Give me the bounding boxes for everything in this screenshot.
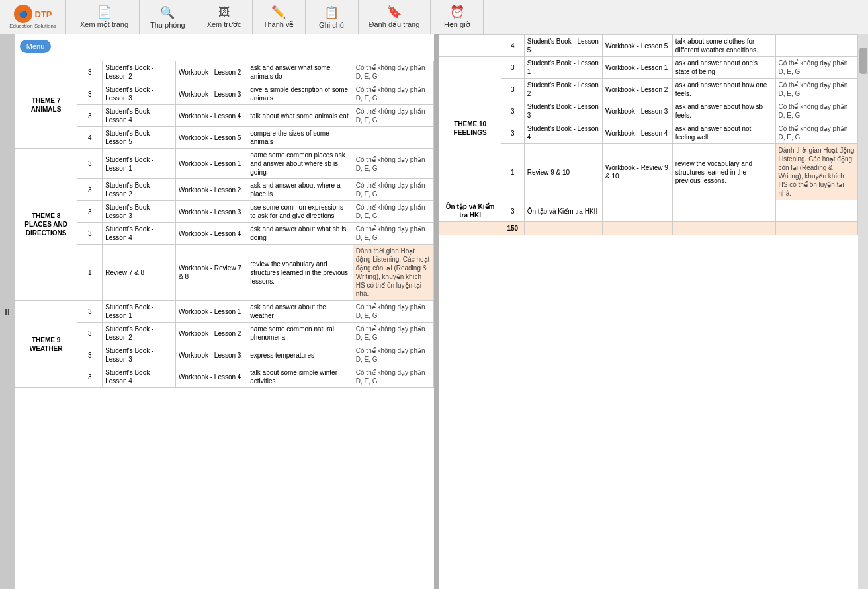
- workbook-cell: Workbook - Lesson 1: [603, 57, 673, 79]
- workbook-cell: Workbook - Lesson 4: [176, 366, 247, 388]
- note-cell: Có thể không dạy phần D, E, G: [775, 100, 858, 122]
- toolbar-btn-hen-gio[interactable]: ⏰ Hẹn giờ: [431, 0, 484, 34]
- note-cell: Có thể không dạy phần D, E, G: [353, 301, 433, 323]
- student-book-cell: Student's Book - Lesson 4: [103, 223, 176, 245]
- num-cell: 3: [501, 79, 524, 100]
- toolbar-btn-ghi-chu[interactable]: 📋 Ghi chú: [306, 0, 359, 34]
- table-row-review910: 1 Review 9 & 10 Workbook - Review 9 & 10…: [439, 144, 858, 200]
- student-book-cell: Student's Book - Lesson 3: [524, 100, 602, 122]
- total-empty3: [672, 222, 775, 235]
- desc-cell: ask and answer about one's state of bein…: [672, 57, 775, 79]
- desc-cell: [672, 200, 775, 222]
- workbook-cell: Workbook - Lesson 3: [176, 201, 247, 223]
- student-book-cell: Student's Book - Lesson 1: [103, 301, 176, 323]
- desc-cell: compare the sizes of some animals: [247, 127, 353, 149]
- table-row: 3 Student's Book - Lesson 4 Workbook - L…: [15, 366, 433, 388]
- table-row-review78: 1 Review 7 & 8 Workbook - Review 7 & 8 r…: [15, 245, 433, 301]
- num-cell: 3: [501, 122, 524, 144]
- toolbar-btn-xem-truoc[interactable]: 🖼 Xem trước: [196, 0, 253, 34]
- student-book-cell: Student's Book - Lesson 4: [103, 366, 176, 388]
- desc-cell: review the vocabulary and structures lea…: [672, 144, 775, 200]
- num-cell: 3: [77, 105, 103, 127]
- desc-cell: name some common places ask and answer a…: [247, 149, 353, 179]
- table-row: 3 Student's Book - Lesson 3 Workbook - L…: [439, 100, 858, 122]
- total-empty4: [775, 222, 858, 235]
- scroll-thumb[interactable]: [859, 48, 867, 74]
- right-table: 4 Student's Book - Lesson 5 Workbook - L…: [439, 34, 858, 235]
- logo: 🔵 DTP Education Solutions: [7, 0, 66, 34]
- workbook-cell: Workbook - Lesson 2: [603, 79, 673, 100]
- menu-button[interactable]: Menu: [20, 40, 52, 53]
- num-cell: 3: [77, 201, 103, 223]
- total-empty2: [603, 222, 673, 235]
- notes-icon: 📋: [324, 5, 339, 20]
- desc-cell: ask and answer about where a place is: [247, 179, 353, 201]
- ontap-hki-cell: Ôn tập và Kiểm tra HKI: [439, 200, 501, 222]
- note-cell: Có thể không dạy phần D, E, G: [353, 223, 433, 245]
- left-table: THEME 7ANIMALS 3 Student's Book - Lesson…: [15, 61, 434, 388]
- num-cell: 4: [77, 127, 103, 149]
- toolbar-btn-thu-phong[interactable]: 🔍 Thu phóng: [140, 0, 196, 34]
- note-cell: Có thể không dạy phần D, E, G: [353, 201, 433, 223]
- note-cell: Có thể không dạy phần D, E, G: [353, 105, 433, 127]
- note-cell: Có thể không dạy phần D, E, G: [353, 344, 433, 366]
- note-cell: [775, 200, 858, 222]
- toolbar-label-xem-mot-trang: Xem một trang: [80, 20, 128, 29]
- student-book-cell: Student's Book - Lesson 3: [103, 344, 176, 366]
- workbook-cell: Workbook - Lesson 4: [603, 122, 673, 144]
- right-scrollbar[interactable]: [858, 34, 868, 589]
- num-cell: 3: [77, 366, 103, 388]
- desc-cell: use some common expressions to ask for a…: [247, 201, 353, 223]
- student-book-cell: Ôn tập và Kiểm tra HKII: [524, 200, 602, 222]
- theme8-cell: THEME 8PLACES ANDDIRECTIONS: [15, 149, 77, 301]
- table-row: 3 Student's Book - Lesson 4 Workbook - L…: [15, 105, 433, 127]
- student-book-cell: Student's Book - Lesson 4: [524, 122, 602, 144]
- toolbar-label-xem-truoc: Xem trước: [207, 20, 241, 29]
- workbook-cell: Workbook - Lesson 4: [176, 105, 247, 127]
- toolbar-label-danh-dau-trang: Đánh dấu trang: [369, 20, 420, 29]
- desc-cell: ask and answer about not feeling well.: [672, 122, 775, 144]
- student-book-cell: Student's Book - Lesson 3: [103, 201, 176, 223]
- desc-cell: ask and answer about how one feels.: [672, 79, 775, 100]
- note-cell: Có thể không dạy phần D, E, G: [353, 61, 433, 83]
- num-cell: 3: [501, 100, 524, 122]
- num-cell: 3: [77, 323, 103, 344]
- total-num: 150: [501, 222, 524, 235]
- num-cell: 3: [77, 149, 103, 179]
- theme9-cont-cell: [439, 35, 501, 57]
- student-book-cell: Student's Book - Lesson 2: [524, 79, 602, 100]
- page-divider: [434, 34, 439, 589]
- table-row: THEME 9WEATHER 3 Student's Book - Lesson…: [15, 301, 433, 323]
- num-cell: 3: [77, 223, 103, 245]
- toolbar-btn-thanh-ve[interactable]: ✏️ Thanh vẽ: [253, 0, 306, 34]
- toolbar-btn-danh-dau-trang[interactable]: 🔖 Đánh dấu trang: [359, 0, 431, 34]
- left-bar: II: [0, 34, 15, 589]
- note-cell: [353, 127, 433, 149]
- toolbar: 🔵 DTP Education Solutions 📄 Xem một tran…: [0, 0, 868, 34]
- student-book-cell: Student's Book - Lesson 3: [103, 83, 176, 105]
- table-row: 3 Student's Book - Lesson 2 Workbook - L…: [15, 323, 433, 344]
- student-book-cell: Student's Book - Lesson 4: [103, 105, 176, 127]
- page-left: Menu THEME 7ANIMALS 3 Student's Book - L…: [15, 34, 434, 589]
- workbook-cell: Workbook - Lesson 5: [603, 35, 673, 57]
- toolbar-label-thanh-ve: Thanh vẽ: [263, 20, 294, 29]
- table-row-ontap: Ôn tập và Kiểm tra HKI 3 Ôn tập và Kiểm …: [439, 200, 858, 222]
- toolbar-label-ghi-chu: Ghi chú: [319, 21, 344, 29]
- theme7-cell: THEME 7ANIMALS: [15, 61, 77, 149]
- note-cell: Có thể không dạy phần D, E, G: [353, 149, 433, 179]
- desc-cell: review the vocabulary and structures lea…: [247, 245, 353, 301]
- table-row: THEME 10FEELINGS 3 Student's Book - Less…: [439, 57, 858, 79]
- page-icon: 📄: [97, 5, 112, 19]
- num-cell: 3: [501, 57, 524, 79]
- note-cell-review: Dành thời gian Hoạt động Listening. Các …: [775, 144, 858, 200]
- zoom-icon: 🔍: [160, 5, 175, 20]
- note-cell: Có thể không dạy phần D, E, G: [775, 57, 858, 79]
- total-label-empty: [439, 222, 501, 235]
- desc-cell: ask and answer about the weather: [247, 301, 353, 323]
- table-row: 3 Student's Book - Lesson 3 Workbook - L…: [15, 344, 433, 366]
- desc-cell: express temperatures: [247, 344, 353, 366]
- desc-cell: give a simple description of some animal…: [247, 83, 353, 105]
- toolbar-btn-xem-mot-trang[interactable]: 📄 Xem một trang: [69, 0, 140, 34]
- table-row: THEME 7ANIMALS 3 Student's Book - Lesson…: [15, 61, 433, 83]
- num-cell: 1: [77, 245, 103, 301]
